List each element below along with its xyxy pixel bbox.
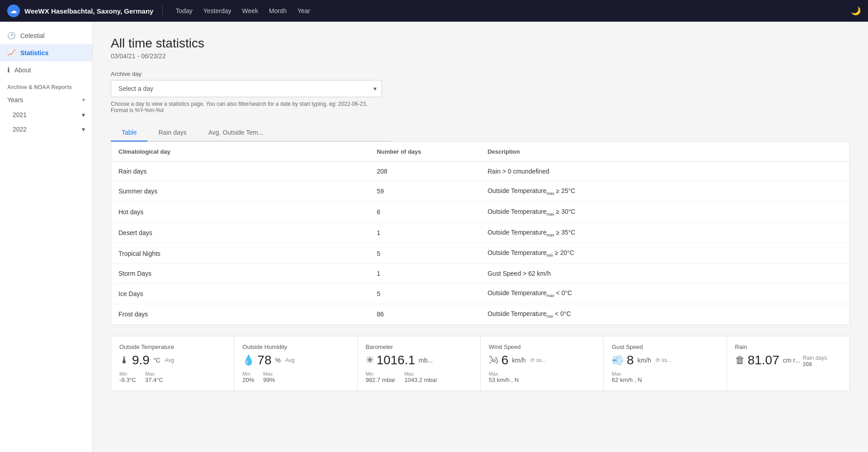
card-value: 8: [627, 353, 634, 367]
card-avg: Avg: [165, 357, 174, 363]
card-value: 78: [257, 353, 271, 367]
clock-icon: 🕐: [7, 32, 16, 40]
clim-day-count: 1: [370, 264, 481, 283]
table-row: Storm Days1Gust Speed > 62 km/h: [111, 264, 849, 283]
clim-day-count: 86: [370, 304, 481, 324]
main-content: All time statistics 03/04/21 - 06/23/22 …: [93, 22, 868, 452]
card-unit: km/h: [512, 357, 526, 364]
card-unit: mb...: [419, 357, 433, 364]
clim-day-name: Tropical Nights: [111, 243, 370, 264]
card-unit: cm r...: [783, 357, 800, 364]
chevron-down-icon-2021: ▾: [82, 111, 85, 118]
card-unit: %: [275, 357, 280, 364]
card-minmax: Max62 km/h , N: [612, 371, 718, 383]
col-header-clim-day: Climatological day: [111, 142, 370, 162]
sidebar-years-label: Years: [7, 96, 23, 104]
brand-logo: ☁: [7, 5, 20, 17]
tab-table[interactable]: Table: [111, 124, 147, 141]
card-minmax: Min20%Max99%: [242, 371, 349, 383]
clim-day-count: 1: [370, 222, 481, 243]
sidebar-year-2021[interactable]: 2021 ▾: [0, 108, 92, 122]
clim-day-count: 5: [370, 283, 481, 304]
sidebar: 🕐 Celestial 📈 Statistics ℹ About Archive…: [0, 22, 93, 452]
chevron-down-icon-2022: ▾: [82, 126, 85, 133]
card-main: ✳ 1016.1 mb...: [366, 353, 472, 367]
weather-card-wind-speed: Wind Speed 🌬 6 km/h ⟳ ss... Max53 km/h ,…: [481, 336, 604, 391]
nav-yesterday[interactable]: Yesterday: [203, 5, 231, 16]
page-date-range: 03/04/21 - 06/23/22: [111, 52, 850, 60]
sidebar-about-label: About: [14, 66, 31, 74]
clim-day-name: Summer days: [111, 181, 370, 202]
weather-card-outside-humidity: Outside Humidity 💧 78 % Avg Min20%Max99%: [234, 336, 357, 391]
card-minmax: Min-9.3°CMax37.4°C: [119, 371, 226, 383]
table-row: Summer days59Outside Temperaturemax ≥ 25…: [111, 181, 849, 202]
clim-day-name: Rain days: [111, 162, 370, 181]
clim-day-desc: Outside Temperaturemax ≥ 25°C: [480, 181, 849, 202]
weather-card-barometer: Barometer ✳ 1016.1 mb... Min982.7 mbarMa…: [358, 336, 481, 391]
clim-day-desc: Outside Temperaturemin ≥ 20°C: [480, 243, 849, 264]
chart-icon: 📈: [7, 49, 16, 57]
clim-day-count: 5: [370, 243, 481, 264]
brand-name: WeeWX Haselbachtal, Saxony, Germany: [24, 7, 153, 15]
clim-day-name: Desert days: [111, 222, 370, 243]
weather-card-outside-temperature: Outside Temperature 🌡 9.9 °C Avg Min-9.3…: [111, 336, 234, 391]
page-title: All time statistics: [111, 36, 850, 51]
sidebar-item-about[interactable]: ℹ About: [0, 61, 92, 79]
nav-week[interactable]: Week: [242, 5, 259, 16]
sidebar-item-statistics[interactable]: 📈 Statistics: [0, 44, 92, 61]
card-value: 6: [501, 353, 509, 367]
nav-month[interactable]: Month: [269, 5, 287, 16]
tabs-container: Table Rain days Avg. Outside Tem...: [111, 124, 391, 141]
archive-day-select-wrapper: Select a day ▾: [111, 80, 382, 97]
sidebar-years-item[interactable]: Years ▾: [0, 92, 92, 108]
card-title: Outside Humidity: [242, 344, 349, 350]
sidebar-year-2022[interactable]: 2022 ▾: [0, 122, 92, 137]
col-header-description: Description: [480, 142, 849, 162]
card-value: 9.9: [132, 353, 150, 367]
card-main: 🌬 6 km/h ⟳ ss...: [489, 353, 595, 367]
card-main: 💧 78 % Avg: [242, 353, 349, 367]
archive-section-title: Archive & NOAA Reports: [0, 79, 92, 92]
card-value: 1016.1: [377, 353, 415, 367]
chevron-down-icon: ▾: [82, 97, 85, 103]
archive-day-label: Archive day: [111, 71, 850, 77]
sidebar-statistics-label: Statistics: [20, 49, 48, 56]
card-main: 💨 8 km/h ⟳ ss...: [612, 353, 718, 367]
year-2021-label: 2021: [13, 111, 27, 118]
sidebar-celestial-label: Celestial: [20, 32, 45, 39]
year-2022-label: 2022: [13, 126, 27, 133]
brand: ☁ WeeWX Haselbachtal, Saxony, Germany: [7, 5, 163, 17]
nav-today[interactable]: Today: [175, 5, 192, 16]
table-row: Ice Days5Outside Temperaturemax < 0°C: [111, 283, 849, 304]
clim-day-name: Frost days: [111, 304, 370, 324]
weather-card-gust-speed: Gust Speed 💨 8 km/h ⟳ ss... Max62 km/h ,…: [604, 336, 726, 391]
card-title: Barometer: [366, 344, 472, 350]
table-row: Frost days86Outside Temperaturemin < 0°C: [111, 304, 849, 324]
card-main: 🌡 9.9 °C Avg: [119, 353, 226, 367]
sidebar-item-celestial[interactable]: 🕐 Celestial: [0, 27, 92, 44]
tab-avg-temp[interactable]: Avg. Outside Tem...: [198, 124, 274, 141]
clim-day-name: Hot days: [111, 202, 370, 222]
card-avg: Avg: [285, 357, 294, 363]
info-icon: ℹ: [7, 66, 10, 74]
card-unit: km/h: [637, 357, 651, 364]
clim-day-count: 208: [370, 162, 481, 181]
weather-cards: Outside Temperature 🌡 9.9 °C Avg Min-9.3…: [111, 336, 850, 391]
card-title: Rain: [735, 344, 841, 350]
card-minmax: Min982.7 mbarMax1043.2 mbar: [366, 371, 472, 383]
col-header-num-days: Number of days: [370, 142, 481, 162]
dark-mode-toggle[interactable]: 🌙: [851, 6, 861, 16]
table-row: Tropical Nights5Outside Temperaturemin ≥…: [111, 243, 849, 264]
clim-day-desc: Outside Temperaturemax ≥ 30°C: [480, 202, 849, 222]
card-title: Gust Speed: [612, 344, 718, 350]
archive-day-select[interactable]: Select a day: [111, 80, 382, 97]
card-icon: 💨: [612, 354, 624, 366]
card-title: Outside Temperature: [119, 344, 226, 350]
clim-day-desc: Outside Temperaturemax < 0°C: [480, 283, 849, 304]
top-navigation: ☁ WeeWX Haselbachtal, Saxony, Germany To…: [0, 0, 868, 22]
card-icon: 🌬: [489, 354, 499, 366]
nav-year[interactable]: Year: [297, 5, 310, 16]
card-unit: °C: [153, 357, 160, 364]
weather-card-rain: Rain 🗑 81.07 cm r... Rain days208: [727, 336, 849, 391]
tab-rain-days[interactable]: Rain days: [147, 124, 197, 141]
